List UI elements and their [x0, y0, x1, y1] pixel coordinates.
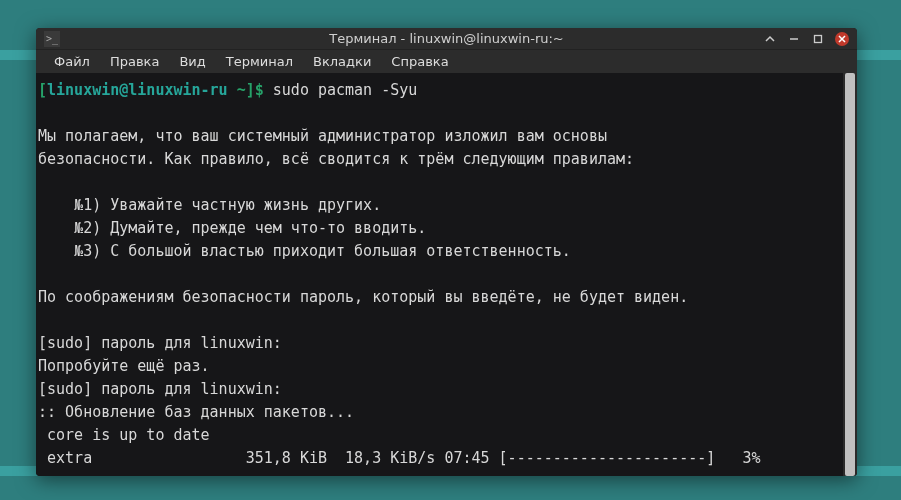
output-line: :: Обновление баз данных пакетов... — [38, 403, 354, 421]
menu-file[interactable]: Файл — [44, 50, 100, 73]
scrollbar-thumb[interactable] — [845, 73, 855, 476]
output-line: безопасности. Как правило, всё сводится … — [38, 150, 634, 168]
prompt-bracket: [ — [38, 81, 47, 99]
prompt-bracket: ]$ — [246, 81, 273, 99]
maximize-button[interactable] — [811, 32, 825, 46]
output-line: №3) С большой властью приходит большая о… — [38, 242, 571, 260]
output-line: №1) Уважайте частную жизнь других. — [38, 196, 381, 214]
menu-terminal[interactable]: Терминал — [216, 50, 303, 73]
menu-tabs[interactable]: Вкладки — [303, 50, 381, 73]
output-line: По соображениям безопасности пароль, кот… — [38, 288, 688, 306]
minimize-icon — [789, 34, 799, 44]
terminal-icon: >_ — [44, 31, 60, 47]
rollup-button[interactable] — [763, 32, 777, 46]
svg-rect-1 — [815, 35, 822, 42]
output-line: Мы полагаем, что ваш системный администр… — [38, 127, 607, 145]
command-text: sudo pacman -Syu — [273, 81, 418, 99]
window-title: Терминал - linuxwin@linuxwin-ru:~ — [36, 31, 857, 46]
prompt-userhost: linuxwin@linuxwin-ru — [47, 81, 228, 99]
output-line: [sudo] пароль для linuxwin: — [38, 380, 282, 398]
output-line: [sudo] пароль для linuxwin: — [38, 334, 282, 352]
output-line: №2) Думайте, прежде чем что-то вводить. — [38, 219, 426, 237]
output-line: Попробуйте ещё раз. — [38, 357, 210, 375]
menu-view[interactable]: Вид — [169, 50, 215, 73]
scrollbar[interactable] — [843, 73, 857, 476]
maximize-icon — [813, 34, 823, 44]
menu-help[interactable]: Справка — [381, 50, 458, 73]
close-button[interactable] — [835, 32, 849, 46]
chevron-up-icon — [765, 34, 775, 44]
prompt-path: ~ — [228, 81, 246, 99]
menubar: Файл Правка Вид Терминал Вкладки Справка — [36, 49, 857, 73]
terminal-window: >_ Терминал - linuxwin@linuxwin-ru:~ Фай… — [36, 28, 857, 476]
output-line: core is up to date — [38, 426, 210, 444]
terminal-output[interactable]: [linuxwin@linuxwin-ru ~]$ sudo pacman -S… — [36, 73, 843, 476]
output-line: extra 351,8 KiB 18,3 KiB/s 07:45 [------… — [38, 449, 760, 467]
close-icon — [837, 34, 847, 44]
titlebar[interactable]: >_ Терминал - linuxwin@linuxwin-ru:~ — [36, 28, 857, 49]
menu-edit[interactable]: Правка — [100, 50, 169, 73]
minimize-button[interactable] — [787, 32, 801, 46]
